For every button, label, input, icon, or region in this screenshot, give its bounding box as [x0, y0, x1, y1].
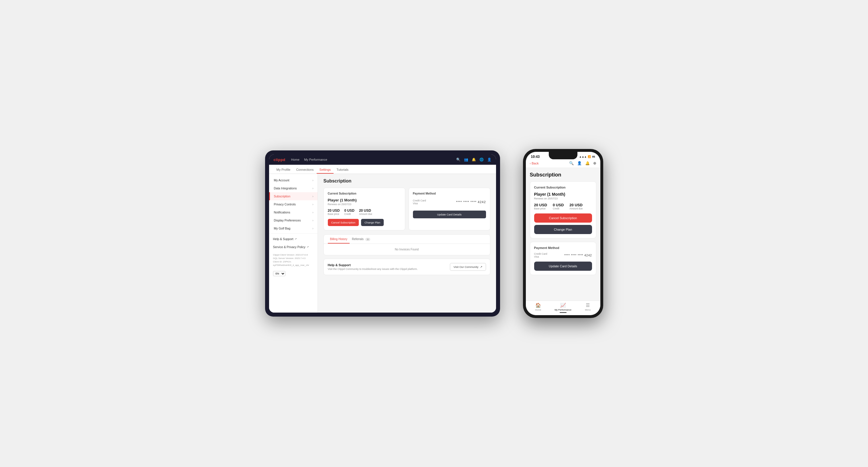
amount-due-value: 20 USD	[359, 209, 372, 213]
nav-my-performance[interactable]: My Performance	[304, 158, 327, 161]
wifi-icon: 📶	[588, 155, 591, 158]
app-logo: clippd	[274, 158, 285, 162]
phone-notch	[549, 152, 578, 159]
search-icon[interactable]: 🔍	[569, 161, 574, 165]
home-icon: 🏠	[535, 303, 541, 308]
sidebar-version-info: Clippd Client Version: 2023.07.6-8 GQL S…	[269, 251, 317, 269]
performance-label: My Performance	[555, 309, 571, 311]
sidebar-item-help-support[interactable]: Help & Support ↗	[269, 235, 317, 243]
tablet-tabs: My Profile Connections Settings Tutorial…	[269, 165, 496, 174]
chevron-right-icon: ›	[312, 219, 313, 222]
bell-icon[interactable]: 🔔	[585, 161, 590, 165]
phone-payment-row: Credit Card Visa **** **** **** 4242	[534, 252, 592, 258]
tab-settings[interactable]: Settings	[317, 168, 334, 174]
visit-community-button[interactable]: Visit Our Community ↗	[450, 263, 486, 271]
people-icon[interactable]: 👥	[464, 158, 468, 162]
back-button[interactable]: ‹ Back	[530, 162, 539, 165]
person-icon[interactable]: 👤	[577, 161, 582, 165]
phone-update-card-button[interactable]: Update Card Details	[534, 261, 592, 271]
sidebar-item-data-integrations[interactable]: Data Integrations ›	[269, 184, 317, 192]
phone-bottom-nav: 🏠 Home 📈 My Performance ☰ Menu	[526, 301, 600, 315]
phone-subscription-card: Current Subscription Player (1 Month) Re…	[530, 181, 596, 238]
card-type: Credit Card Visa	[413, 199, 426, 205]
subscription-grid: Current Subscription Player (1 Month) Re…	[323, 188, 490, 230]
current-subscription-title: Current Subscription	[328, 192, 401, 195]
payment-card-info: Credit Card Visa **** **** **** 4242	[413, 198, 486, 205]
plan-name: Player (1 Month)	[328, 198, 401, 202]
sidebar-item-notifications[interactable]: Notifications ›	[269, 208, 317, 216]
tab-connections[interactable]: Connections	[293, 168, 316, 174]
tablet-body: My Account › Data Integrations › Subscri…	[269, 174, 496, 313]
sidebar-item-display-preferences[interactable]: Display Preferences ›	[269, 216, 317, 224]
payment-method-title: Payment Method	[413, 192, 486, 195]
help-support-section: Help & Support Visit the Clippd Communit…	[323, 259, 490, 275]
phone-change-plan-button[interactable]: Change Plan	[534, 225, 592, 234]
add-icon[interactable]: ⊕	[593, 161, 596, 165]
phone-card-number: **** **** **** 4242	[564, 254, 592, 257]
tablet-device: clippd Home My Performance 🔍 👥 🔔 🌐 👤 My …	[265, 150, 500, 317]
performance-icon: 📈	[560, 303, 566, 308]
phone-nav-icons: 🔍 👤 🔔 ⊕	[569, 161, 596, 165]
bottom-nav-my-performance[interactable]: 📈 My Performance	[551, 303, 576, 313]
tab-billing-history[interactable]: Billing History	[328, 238, 350, 244]
chevron-right-icon: ›	[312, 179, 313, 182]
subscription-buttons: Cancel Subscription Change Plan	[328, 219, 401, 226]
base-price-label: Base price	[328, 213, 340, 215]
bottom-nav-menu[interactable]: ☰ Menu	[576, 303, 600, 313]
menu-label: Menu	[585, 309, 591, 311]
phone-page-title: Subscription	[530, 172, 596, 178]
sidebar-item-subscription[interactable]: Subscription ›	[269, 192, 317, 200]
phone-renews-date: Renews on 25/07/23	[534, 197, 592, 200]
card-number: **** **** **** 4242	[456, 200, 486, 204]
bottom-nav-home[interactable]: 🏠 Home	[526, 303, 551, 313]
phone-plan-name: Player (1 Month)	[534, 192, 592, 196]
help-description: Visit the Clippd Community to troublesho…	[328, 268, 418, 271]
change-plan-button[interactable]: Change Plan	[361, 219, 384, 226]
bell-icon[interactable]: 🔔	[472, 158, 476, 162]
sidebar-divider	[269, 234, 317, 234]
chevron-right-icon: ›	[312, 211, 313, 214]
credit-value: 0 USD	[344, 209, 354, 213]
tablet-nav-icons: 🔍 👥 🔔 🌐 👤	[456, 158, 492, 162]
renews-date: Renews on 25/07/23	[328, 203, 401, 206]
phone-amounts: 20 USD Base price 0 USD Credit 20 USD Am…	[534, 203, 592, 210]
phone-amount-due-value: 20 USD	[569, 203, 583, 207]
update-card-button[interactable]: Update Card Details	[413, 211, 486, 218]
phone-subscription-title: Current Subscription	[534, 186, 592, 189]
sidebar-item-privacy-controls[interactable]: Privacy Controls ›	[269, 200, 317, 208]
tab-my-profile[interactable]: My Profile	[274, 168, 293, 174]
search-icon[interactable]: 🔍	[456, 158, 461, 162]
tab-tutorials[interactable]: Tutorials	[334, 168, 351, 174]
phone-screen: 10:43 ▲▲▲ 📶 85 ‹ Back 🔍 👤 🔔 ⊕ Subscripti…	[526, 152, 600, 315]
billing-tab-header: Billing History Referrals 0	[324, 235, 490, 244]
phone-cancel-subscription-button[interactable]: Cancel Subscription	[534, 213, 592, 223]
base-price-value: 20 USD	[328, 209, 340, 213]
amount-due-label: Amount due	[359, 213, 372, 215]
subscription-amounts: 20 USD Base price 0 USD Credit 20 USD Am…	[328, 209, 401, 215]
battery-indicator: 85	[592, 155, 595, 158]
phone-card-type: Credit Card Visa	[534, 252, 547, 258]
referrals-badge: 0	[365, 238, 370, 241]
tablet-screen: clippd Home My Performance 🔍 👥 🔔 🌐 👤 My …	[269, 154, 496, 313]
globe-icon[interactable]: 🌐	[479, 158, 484, 162]
chevron-right-icon: ›	[312, 187, 313, 190]
tab-referrals[interactable]: Referrals 0	[350, 238, 373, 244]
sidebar-language-selector[interactable]: EN	[269, 269, 317, 278]
phone-credit: 0 USD Credit	[553, 203, 564, 210]
user-avatar[interactable]: 👤	[487, 158, 492, 162]
sidebar-item-my-account[interactable]: My Account ›	[269, 176, 317, 184]
home-label: Home	[535, 309, 541, 311]
chevron-right-icon: ›	[312, 227, 313, 230]
sidebar-item-service-privacy[interactable]: Service & Privacy Policy ↗	[269, 243, 317, 251]
external-link-icon: ↗	[294, 238, 297, 240]
phone-amount-due-label: Amount due	[569, 207, 583, 210]
phone-base-price-value: 20 USD	[534, 203, 547, 207]
current-subscription-card: Current Subscription Player (1 Month) Re…	[323, 188, 405, 230]
nav-home[interactable]: Home	[291, 158, 300, 161]
language-select[interactable]: EN	[273, 271, 285, 276]
phone-base-price: 20 USD Base price	[534, 203, 547, 210]
credit-label: Credit	[344, 213, 354, 215]
sidebar-item-my-golf-bag[interactable]: My Golf Bag ›	[269, 224, 317, 232]
cancel-subscription-button[interactable]: Cancel Subscription	[328, 219, 359, 226]
chevron-left-icon: ‹	[530, 162, 531, 165]
